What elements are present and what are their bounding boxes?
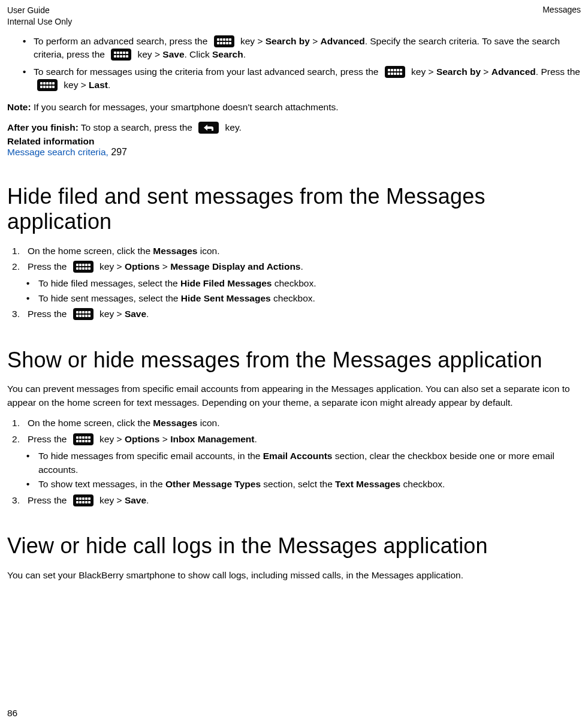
last-label: Last: [89, 80, 108, 90]
after-finish-label: After you finish:: [7, 122, 79, 132]
text: To hide sent messages, select the: [38, 293, 181, 303]
text: To perform an advanced search, press the: [34, 36, 210, 46]
note-text: If you search for messages, your smartph…: [31, 102, 339, 112]
section3-description: You can set your BlackBerry smartphone t…: [7, 569, 581, 582]
messages-label: Messages: [153, 246, 197, 256]
text: checkbox.: [400, 479, 445, 489]
note-label: Note:: [7, 102, 31, 112]
text: checkbox.: [272, 278, 316, 288]
advanced-label: Advanced: [491, 67, 536, 77]
text: section, selct the: [261, 479, 335, 489]
menu-key-icon: [111, 49, 131, 61]
section-heading-show-hide-messages: Show or hide messages from the Messages …: [7, 348, 581, 373]
text: >: [481, 67, 491, 77]
section1-sub-bullets: To hide filed messages, select the Hide …: [7, 277, 581, 305]
note-paragraph: Note: If you search for messages, your s…: [7, 101, 581, 114]
menu-key-icon: [73, 494, 94, 506]
intro-bullet-1: To perform an advanced search, press the…: [23, 35, 581, 62]
inbox-management-label: Inbox Management: [170, 434, 254, 444]
hide-sent-messages-label: Hide Sent Messages: [181, 293, 271, 303]
text: key >: [99, 495, 125, 505]
section2-steps-cont: Press the key > Save.: [7, 494, 581, 507]
text: To show text messages, in the: [38, 479, 165, 489]
options-label: Options: [125, 434, 160, 444]
section2-step-2: Press the key > Options > Inbox Manageme…: [7, 433, 581, 446]
save-label: Save: [162, 49, 184, 59]
menu-key-icon: [73, 308, 94, 320]
text: .: [243, 49, 246, 59]
section1-step-2: Press the key > Options > Message Displa…: [7, 260, 581, 273]
search-label: Search: [212, 49, 243, 59]
text: To stop a search, press the: [79, 122, 195, 132]
text: .: [255, 434, 257, 444]
text: .: [300, 261, 303, 272]
section-heading-hide-filed-sent: Hide filed and sent messages from the Me…: [7, 184, 581, 235]
text: key >: [138, 49, 163, 59]
text: >: [159, 261, 170, 272]
text: key >: [99, 309, 125, 319]
text: key >: [240, 36, 266, 46]
related-information-label: Related information: [7, 136, 581, 147]
messages-label: Messages: [153, 418, 197, 428]
text: On the home screen, click the: [28, 418, 153, 428]
text: .: [146, 495, 149, 505]
search-by-label: Search by: [266, 36, 310, 46]
text: .: [146, 309, 149, 319]
text: .: [108, 80, 110, 90]
search-by-label: Search by: [436, 67, 481, 77]
section2-sub-bullet-2: To show text messages, in the Other Mess…: [26, 478, 581, 491]
section2-steps: On the home screen, click the Messages i…: [7, 417, 581, 446]
menu-key-icon: [37, 79, 58, 91]
header-left: User Guide Internal Use Only: [7, 5, 72, 28]
email-accounts-label: Email Accounts: [263, 451, 333, 461]
advanced-label: Advanced: [321, 36, 365, 46]
page-content: To perform an advanced search, press the…: [0, 30, 588, 582]
text: To search for messages using the criteri…: [34, 67, 381, 77]
hide-filed-messages-label: Hide Filed Messages: [180, 278, 272, 288]
section2-step-3: Press the key > Save.: [7, 494, 581, 507]
related-page-ref: 297: [108, 147, 127, 157]
intro-bullet-list: To perform an advanced search, press the…: [7, 35, 581, 92]
text: Press the: [28, 495, 70, 505]
section1-steps: On the home screen, click the Messages i…: [7, 245, 581, 274]
save-label: Save: [125, 309, 146, 319]
menu-key-icon: [385, 66, 405, 78]
text: key >: [99, 261, 125, 272]
other-message-types-label: Other Message Types: [165, 479, 261, 489]
text-messages-label: Text Messages: [335, 479, 400, 489]
page-container: User Guide Internal Use Only Messages To…: [0, 0, 588, 727]
text: To hide messages from specific email acc…: [38, 451, 263, 461]
related-link[interactable]: Message search criteria,: [7, 147, 108, 157]
text: key.: [225, 122, 242, 132]
text: Press the: [28, 261, 70, 272]
section-heading-call-logs: View or hide call logs in the Messages a…: [7, 533, 581, 559]
text: checkbox.: [271, 293, 315, 303]
section1-step-1: On the home screen, click the Messages i…: [7, 245, 581, 258]
text: key >: [99, 434, 125, 444]
page-number: 86: [7, 708, 17, 719]
text: key >: [411, 67, 436, 77]
text: Press the: [28, 434, 70, 444]
section1-steps-cont: Press the key > Save.: [7, 307, 581, 321]
related-link-row: Message search criteria, 297: [7, 147, 581, 158]
menu-key-icon: [214, 35, 234, 47]
text: icon.: [197, 246, 219, 256]
back-key-icon: [198, 122, 219, 134]
section1-step-3: Press the key > Save.: [7, 307, 581, 321]
text: . Click: [185, 49, 213, 59]
text: Press the: [28, 309, 70, 319]
save-label: Save: [125, 495, 146, 505]
section1-sub-bullet-2: To hide sent messages, select the Hide S…: [26, 292, 581, 305]
text: To hide filed messages, select the: [38, 278, 180, 288]
text: >: [159, 434, 170, 444]
text: On the home screen, click the: [28, 246, 153, 256]
message-display-actions-label: Message Display and Actions: [170, 261, 300, 272]
section2-sub-bullets: To hide messages from specific email acc…: [7, 450, 581, 491]
text: >: [310, 36, 321, 46]
section1-sub-bullet-1: To hide filed messages, select the Hide …: [26, 277, 581, 290]
menu-key-icon: [73, 261, 94, 273]
section2-sub-bullet-1: To hide messages from specific email acc…: [26, 450, 581, 476]
header-chapter: Messages: [542, 5, 581, 14]
after-finish-paragraph: After you finish: To stop a search, pres…: [7, 121, 581, 134]
options-label: Options: [125, 261, 160, 272]
